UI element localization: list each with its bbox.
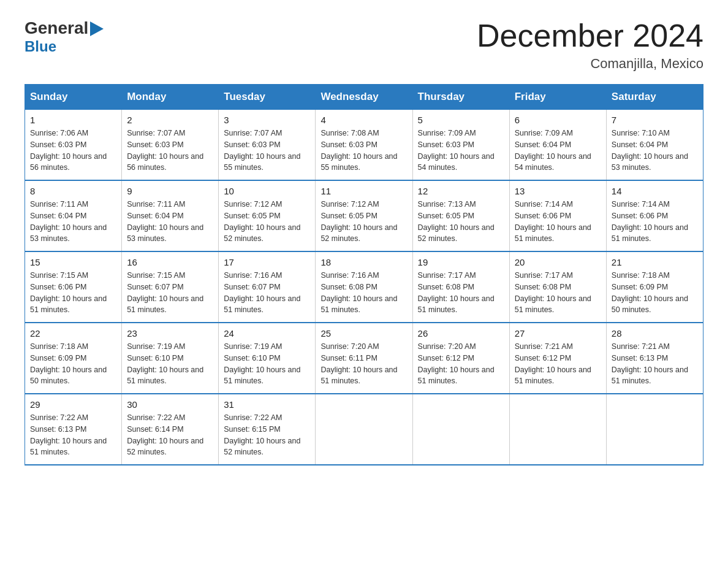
day-info: Sunrise: 7:07 AMSunset: 6:03 PMDaylight:… xyxy=(224,128,310,174)
day-info: Sunrise: 7:09 AMSunset: 6:03 PMDaylight:… xyxy=(418,128,504,174)
calendar-cell: 25Sunrise: 7:20 AMSunset: 6:11 PMDayligh… xyxy=(316,323,412,394)
day-info: Sunrise: 7:12 AMSunset: 6:05 PMDaylight:… xyxy=(320,199,407,245)
logo-arrow-icon xyxy=(90,21,104,36)
week-row-3: 15Sunrise: 7:15 AMSunset: 6:06 PMDayligh… xyxy=(25,251,703,323)
calendar-cell: 5Sunrise: 7:09 AMSunset: 6:03 PMDaylight… xyxy=(412,110,509,181)
calendar-cell: 26Sunrise: 7:20 AMSunset: 6:12 PMDayligh… xyxy=(412,323,509,394)
week-row-2: 8Sunrise: 7:11 AMSunset: 6:04 PMDaylight… xyxy=(25,180,703,251)
day-number: 4 xyxy=(320,115,407,125)
title-area: December 2024 Comanjilla, Mexico xyxy=(477,18,703,72)
calendar-cell: 19Sunrise: 7:17 AMSunset: 6:08 PMDayligh… xyxy=(412,251,509,323)
day-number: 3 xyxy=(224,115,310,125)
calendar-cell xyxy=(316,394,412,465)
calendar-cell: 28Sunrise: 7:21 AMSunset: 6:13 PMDayligh… xyxy=(606,323,703,394)
day-info: Sunrise: 7:15 AMSunset: 6:06 PMDaylight:… xyxy=(30,270,116,316)
calendar-cell: 3Sunrise: 7:07 AMSunset: 6:03 PMDaylight… xyxy=(219,110,316,181)
calendar-cell: 6Sunrise: 7:09 AMSunset: 6:04 PMDaylight… xyxy=(509,110,606,181)
day-info: Sunrise: 7:19 AMSunset: 6:10 PMDaylight:… xyxy=(224,341,310,387)
week-row-5: 29Sunrise: 7:22 AMSunset: 6:13 PMDayligh… xyxy=(25,394,703,465)
day-number: 11 xyxy=(320,186,407,196)
day-info: Sunrise: 7:22 AMSunset: 6:15 PMDaylight:… xyxy=(224,412,310,458)
day-info: Sunrise: 7:11 AMSunset: 6:04 PMDaylight:… xyxy=(127,199,213,245)
day-number: 16 xyxy=(127,257,213,267)
day-number: 7 xyxy=(612,115,698,125)
calendar-title: December 2024 xyxy=(477,18,703,53)
calendar-cell: 20Sunrise: 7:17 AMSunset: 6:08 PMDayligh… xyxy=(509,251,606,323)
day-number: 8 xyxy=(30,186,116,196)
day-number: 18 xyxy=(320,257,407,267)
calendar-cell xyxy=(606,394,703,465)
logo: General Blue xyxy=(25,18,104,55)
day-info: Sunrise: 7:20 AMSunset: 6:12 PMDaylight:… xyxy=(418,341,504,387)
day-number: 10 xyxy=(224,186,310,196)
calendar-cell: 2Sunrise: 7:07 AMSunset: 6:03 PMDaylight… xyxy=(122,110,219,181)
day-info: Sunrise: 7:19 AMSunset: 6:10 PMDaylight:… xyxy=(127,341,213,387)
day-number: 19 xyxy=(418,257,504,267)
day-number: 13 xyxy=(515,186,601,196)
calendar-cell: 17Sunrise: 7:16 AMSunset: 6:07 PMDayligh… xyxy=(219,251,316,323)
calendar-header-row: SundayMondayTuesdayWednesdayThursdayFrid… xyxy=(25,85,703,110)
calendar-table: SundayMondayTuesdayWednesdayThursdayFrid… xyxy=(25,84,703,465)
day-number: 25 xyxy=(320,328,407,339)
day-info: Sunrise: 7:09 AMSunset: 6:04 PMDaylight:… xyxy=(515,128,601,174)
header-wednesday: Wednesday xyxy=(316,85,412,110)
day-info: Sunrise: 7:16 AMSunset: 6:08 PMDaylight:… xyxy=(320,270,407,316)
header-sunday: Sunday xyxy=(25,85,122,110)
day-number: 28 xyxy=(612,328,698,339)
day-number: 12 xyxy=(418,186,504,196)
calendar-cell: 30Sunrise: 7:22 AMSunset: 6:14 PMDayligh… xyxy=(122,394,219,465)
calendar-cell: 13Sunrise: 7:14 AMSunset: 6:06 PMDayligh… xyxy=(509,180,606,251)
day-info: Sunrise: 7:17 AMSunset: 6:08 PMDaylight:… xyxy=(515,270,601,316)
day-number: 17 xyxy=(224,257,310,267)
calendar-cell: 7Sunrise: 7:10 AMSunset: 6:04 PMDaylight… xyxy=(606,110,703,181)
day-info: Sunrise: 7:17 AMSunset: 6:08 PMDaylight:… xyxy=(418,270,504,316)
day-info: Sunrise: 7:10 AMSunset: 6:04 PMDaylight:… xyxy=(612,128,698,174)
day-info: Sunrise: 7:20 AMSunset: 6:11 PMDaylight:… xyxy=(320,341,407,387)
day-number: 15 xyxy=(30,257,116,267)
calendar-cell: 31Sunrise: 7:22 AMSunset: 6:15 PMDayligh… xyxy=(219,394,316,465)
calendar-cell: 27Sunrise: 7:21 AMSunset: 6:12 PMDayligh… xyxy=(509,323,606,394)
day-number: 6 xyxy=(515,115,601,125)
day-info: Sunrise: 7:14 AMSunset: 6:06 PMDaylight:… xyxy=(612,199,698,245)
day-number: 14 xyxy=(612,186,698,196)
calendar-cell: 10Sunrise: 7:12 AMSunset: 6:05 PMDayligh… xyxy=(219,180,316,251)
day-number: 26 xyxy=(418,328,504,339)
day-number: 23 xyxy=(127,328,213,339)
calendar-cell: 4Sunrise: 7:08 AMSunset: 6:03 PMDaylight… xyxy=(316,110,412,181)
logo-blue-text: Blue xyxy=(25,38,56,55)
day-info: Sunrise: 7:18 AMSunset: 6:09 PMDaylight:… xyxy=(30,341,116,387)
day-info: Sunrise: 7:15 AMSunset: 6:07 PMDaylight:… xyxy=(127,270,213,316)
day-number: 24 xyxy=(224,328,310,339)
calendar-cell: 11Sunrise: 7:12 AMSunset: 6:05 PMDayligh… xyxy=(316,180,412,251)
calendar-cell: 21Sunrise: 7:18 AMSunset: 6:09 PMDayligh… xyxy=(606,251,703,323)
calendar-cell: 16Sunrise: 7:15 AMSunset: 6:07 PMDayligh… xyxy=(122,251,219,323)
day-info: Sunrise: 7:06 AMSunset: 6:03 PMDaylight:… xyxy=(30,128,116,174)
day-info: Sunrise: 7:16 AMSunset: 6:07 PMDaylight:… xyxy=(224,270,310,316)
day-info: Sunrise: 7:22 AMSunset: 6:13 PMDaylight:… xyxy=(30,412,116,458)
day-info: Sunrise: 7:13 AMSunset: 6:05 PMDaylight:… xyxy=(418,199,504,245)
header-monday: Monday xyxy=(122,85,219,110)
day-info: Sunrise: 7:14 AMSunset: 6:06 PMDaylight:… xyxy=(515,199,601,245)
day-number: 9 xyxy=(127,186,213,196)
calendar-cell xyxy=(412,394,509,465)
calendar-cell xyxy=(509,394,606,465)
header-friday: Friday xyxy=(509,85,606,110)
day-info: Sunrise: 7:21 AMSunset: 6:12 PMDaylight:… xyxy=(515,341,601,387)
day-number: 2 xyxy=(127,115,213,125)
calendar-cell: 18Sunrise: 7:16 AMSunset: 6:08 PMDayligh… xyxy=(316,251,412,323)
day-info: Sunrise: 7:18 AMSunset: 6:09 PMDaylight:… xyxy=(612,270,698,316)
calendar-cell: 15Sunrise: 7:15 AMSunset: 6:06 PMDayligh… xyxy=(25,251,122,323)
day-number: 20 xyxy=(515,257,601,267)
day-info: Sunrise: 7:08 AMSunset: 6:03 PMDaylight:… xyxy=(320,128,407,174)
day-number: 22 xyxy=(30,328,116,339)
day-info: Sunrise: 7:21 AMSunset: 6:13 PMDaylight:… xyxy=(612,341,698,387)
calendar-cell: 14Sunrise: 7:14 AMSunset: 6:06 PMDayligh… xyxy=(606,180,703,251)
day-number: 5 xyxy=(418,115,504,125)
day-number: 31 xyxy=(224,399,310,410)
calendar-cell: 24Sunrise: 7:19 AMSunset: 6:10 PMDayligh… xyxy=(219,323,316,394)
day-info: Sunrise: 7:11 AMSunset: 6:04 PMDaylight:… xyxy=(30,199,116,245)
day-info: Sunrise: 7:12 AMSunset: 6:05 PMDaylight:… xyxy=(224,199,310,245)
day-info: Sunrise: 7:22 AMSunset: 6:14 PMDaylight:… xyxy=(127,412,213,458)
header-tuesday: Tuesday xyxy=(219,85,316,110)
header-thursday: Thursday xyxy=(412,85,509,110)
